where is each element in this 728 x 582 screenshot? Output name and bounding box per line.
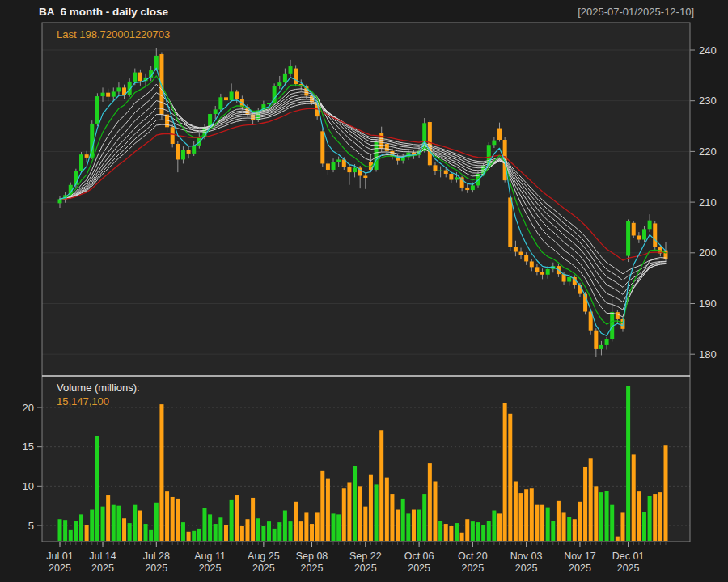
volume-bar <box>620 512 624 541</box>
volume-bar <box>632 454 636 541</box>
volume-bar <box>524 489 528 541</box>
volume-bar <box>551 521 555 541</box>
candle-body <box>347 167 351 172</box>
volume-bar <box>401 499 405 541</box>
candle-body <box>653 223 657 247</box>
date-axis-label-line2: 2025 <box>145 563 167 574</box>
candle-body <box>154 56 159 70</box>
volume-bar <box>481 525 485 541</box>
volume-bar <box>519 493 523 541</box>
candle-body <box>546 269 550 275</box>
volume-bar <box>653 494 657 541</box>
price-axis-label: 200 <box>699 247 717 259</box>
volume-bar <box>664 445 668 541</box>
candle-body <box>79 154 83 171</box>
date-axis-label-line2: 2025 <box>354 563 377 574</box>
candle-body <box>363 176 367 179</box>
volume-bar <box>616 537 620 541</box>
candle-body <box>471 185 475 190</box>
volume-bar <box>202 508 206 541</box>
volume-bar <box>181 522 185 541</box>
volume-bar <box>283 511 287 541</box>
candle-body <box>648 221 652 230</box>
volume-bar <box>433 481 437 541</box>
volume-bar <box>455 523 459 541</box>
date-axis-label-line2: 2025 <box>617 563 640 574</box>
volume-bar <box>58 519 62 541</box>
volume-bar <box>101 507 105 541</box>
date-axis-label-line1: Sep 22 <box>349 550 382 562</box>
volume-bar <box>476 522 480 541</box>
candle-body <box>626 221 630 256</box>
volume-bar <box>267 521 271 541</box>
volume-bar <box>154 503 159 541</box>
volume-bar <box>449 526 453 541</box>
candle-body <box>235 91 239 99</box>
date-axis-label-line1: Aug 11 <box>194 550 226 562</box>
candle-body <box>535 267 539 272</box>
volume-bar <box>230 500 234 541</box>
volume-bar <box>412 510 416 541</box>
volume-bar <box>112 505 116 541</box>
candle-body <box>214 109 218 114</box>
date-axis-label-line1: Dec 01 <box>612 550 645 562</box>
volume-axis-label: 20 <box>23 402 34 414</box>
candle-body <box>438 171 442 171</box>
date-axis-label-line1: Jul 14 <box>89 550 116 562</box>
volume-bar <box>332 513 336 541</box>
candle-body <box>192 146 196 154</box>
volume-bar <box>315 512 320 541</box>
date-axis-label-line2: 2025 <box>91 563 114 574</box>
volume-bar <box>214 524 218 541</box>
volume-bar <box>353 466 357 541</box>
candle-body <box>455 177 459 179</box>
volume-bar <box>508 414 512 541</box>
volume-bar <box>578 502 582 541</box>
candle-body <box>524 255 528 262</box>
date-axis-label-line2: 2025 <box>301 563 324 574</box>
candle-body <box>171 127 175 144</box>
volume-bar <box>557 501 561 541</box>
volume-bar <box>573 519 577 541</box>
volume-last-value: 15,147,100 <box>57 396 109 408</box>
candle-body <box>465 188 469 190</box>
volume-bar <box>149 530 153 541</box>
candle-body <box>616 312 620 319</box>
volume-bar <box>658 492 662 541</box>
candle-body <box>101 93 105 96</box>
volume-bar <box>294 502 298 541</box>
volume-bar <box>304 512 308 541</box>
volume-bar <box>626 386 630 541</box>
volume-bar <box>208 514 212 541</box>
candle-body <box>187 150 191 154</box>
chart-title: BA 6 month - daily close <box>39 6 168 19</box>
candle-body <box>599 345 603 349</box>
volume-bar <box>546 508 550 541</box>
candle-body <box>519 252 523 255</box>
volume-bar <box>438 521 442 541</box>
volume-bar <box>245 519 249 541</box>
volume-bar <box>363 507 367 541</box>
candle-body <box>289 66 293 74</box>
price-axis-label: 180 <box>699 348 717 361</box>
volume-bar <box>289 521 293 541</box>
volume-bar <box>347 482 351 541</box>
volume-bar <box>540 505 544 541</box>
volume-bar <box>128 523 132 541</box>
candle-body <box>230 91 234 100</box>
price-axis-label: 240 <box>699 44 717 57</box>
volume-bar <box>159 404 163 541</box>
candle-body <box>294 69 298 84</box>
candle-body <box>283 74 287 82</box>
candle-body <box>181 150 185 160</box>
date-axis-label-line1: Aug 25 <box>248 550 280 562</box>
volume-bar <box>251 498 255 541</box>
volume-bar <box>492 511 496 541</box>
date-axis-label-line1: Jul 28 <box>143 550 170 562</box>
candle-body <box>336 159 341 162</box>
volume-bar <box>562 512 566 541</box>
last-price-prefix: Last <box>57 28 77 40</box>
volume-bar <box>256 518 260 541</box>
date-axis-label-line2: 2025 <box>49 563 71 574</box>
volume-bar <box>567 517 571 541</box>
